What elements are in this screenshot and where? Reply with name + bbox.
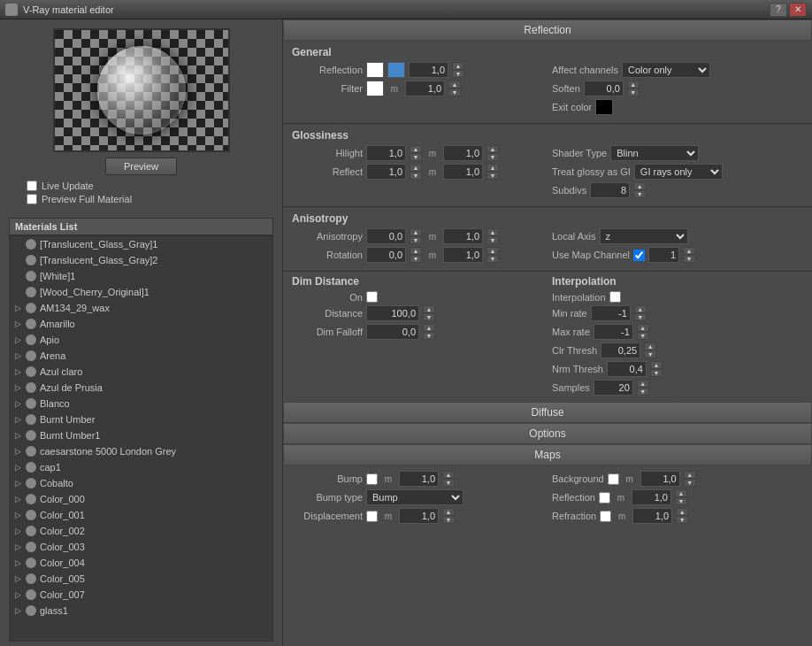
shader-type-select[interactable]: Blinn Phong Ward	[610, 145, 699, 161]
clr-thresh-value[interactable]	[601, 342, 640, 358]
background-spinner[interactable]: ▲▼	[684, 471, 696, 487]
reflection-m-swatch[interactable]	[387, 62, 405, 78]
soften-spinner[interactable]: ▲▼	[627, 81, 640, 96]
bump-checkbox[interactable]	[366, 473, 378, 485]
use-map-channel-checkbox[interactable]	[633, 250, 645, 261]
min-rate-spinner[interactable]: ▲▼	[634, 305, 647, 321]
list-item[interactable]: ▷Apio	[10, 332, 272, 348]
reflect-value1[interactable]	[366, 164, 406, 180]
min-rate-value[interactable]	[591, 305, 631, 321]
expand-arrow-icon[interactable]: ▷	[13, 574, 22, 583]
list-item[interactable]: [Wood_Cherry_Original]1	[10, 284, 272, 300]
hilight-value2[interactable]	[443, 145, 483, 161]
close-button[interactable]: ✕	[789, 3, 807, 17]
expand-arrow-icon[interactable]: ▷	[13, 399, 22, 408]
filter-color-swatch[interactable]	[366, 81, 384, 96]
list-item[interactable]: ▷Cobalto	[10, 475, 272, 491]
subdivs-spinner[interactable]: ▲▼	[633, 182, 646, 198]
help-button[interactable]: ?	[770, 3, 787, 17]
preview-full-material-row[interactable]: Preview Full Material	[27, 194, 132, 204]
rotation-spinner1[interactable]: ▲▼	[410, 247, 422, 263]
soften-value[interactable]	[584, 81, 624, 96]
dim-on-checkbox[interactable]	[366, 291, 378, 303]
expand-arrow-icon[interactable]: ▷	[13, 415, 22, 424]
refraction-value[interactable]	[632, 508, 672, 524]
hilight-spinner2[interactable]: ▲▼	[486, 145, 499, 161]
reflection-map-checkbox[interactable]	[599, 492, 610, 504]
clr-thresh-spinner[interactable]: ▲▼	[644, 342, 656, 358]
list-item[interactable]: ▷glass1	[10, 603, 272, 619]
dim-distance-value[interactable]	[366, 305, 419, 321]
use-map-channel-spinner[interactable]: ▲▼	[683, 247, 695, 263]
max-rate-value[interactable]	[594, 324, 633, 340]
hilight-spinner1[interactable]: ▲▼	[410, 145, 422, 161]
live-update-checkbox[interactable]	[27, 181, 37, 191]
expand-arrow-icon[interactable]	[13, 256, 22, 265]
rotation-value2[interactable]	[443, 247, 483, 263]
max-rate-spinner[interactable]: ▲▼	[637, 324, 649, 340]
interp-checkbox[interactable]	[609, 291, 621, 303]
list-item[interactable]: ▷Azul claro	[10, 364, 272, 380]
expand-arrow-icon[interactable]: ▷	[13, 495, 22, 504]
exit-color-swatch[interactable]	[595, 99, 613, 115]
anisotropy-spinner2[interactable]: ▲▼	[486, 228, 499, 244]
options-header[interactable]: Options	[283, 423, 812, 444]
list-item[interactable]: ▷Color_004	[10, 555, 272, 571]
list-item[interactable]: ▷Blanco	[10, 396, 272, 411]
maps-header[interactable]: Maps	[283, 444, 812, 465]
filter-spinner[interactable]: ▲▼	[448, 81, 461, 96]
expand-arrow-icon[interactable]	[13, 288, 22, 296]
list-item[interactable]: ▷Color_005	[10, 571, 272, 587]
live-update-row[interactable]: Live Update	[27, 181, 132, 191]
expand-arrow-icon[interactable]: ▷	[13, 319, 22, 328]
preview-button[interactable]: Preview	[105, 158, 177, 175]
dim-falloff-spinner[interactable]: ▲▼	[423, 324, 435, 340]
expand-arrow-icon[interactable]: ▷	[13, 304, 22, 312]
samples-value[interactable]	[594, 380, 633, 396]
expand-arrow-icon[interactable]: ▷	[13, 479, 22, 488]
expand-arrow-icon[interactable]: ▷	[13, 463, 22, 472]
reflection-color-swatch[interactable]	[366, 62, 384, 78]
list-item[interactable]: [Translucent_Glass_Gray]1	[10, 236, 272, 252]
reflection-spinner[interactable]: ▲▼	[452, 62, 464, 78]
displacement-value[interactable]	[399, 508, 439, 524]
diffuse-header[interactable]: Diffuse	[283, 402, 812, 423]
reflect-value2[interactable]	[443, 164, 483, 180]
background-value[interactable]	[640, 471, 680, 487]
bump-value[interactable]	[399, 471, 439, 487]
dim-falloff-value[interactable]	[366, 324, 419, 340]
list-item[interactable]: ▷Color_003	[10, 539, 272, 555]
dim-distance-spinner[interactable]: ▲▼	[423, 305, 435, 321]
list-item[interactable]: ▷Azul de Prusia	[10, 380, 272, 396]
reflection-map-spinner[interactable]: ▲▼	[675, 489, 687, 505]
expand-arrow-icon[interactable]: ▷	[13, 335, 22, 344]
list-item[interactable]: ▷Arena	[10, 348, 272, 364]
expand-arrow-icon[interactable]: ▷	[13, 447, 22, 456]
expand-arrow-icon[interactable]: ▷	[13, 542, 22, 551]
list-item[interactable]: [White]1	[10, 268, 272, 284]
rotation-value1[interactable]	[366, 247, 406, 263]
list-item[interactable]: ▷Color_002	[10, 523, 272, 539]
anisotropy-value2[interactable]	[443, 228, 483, 244]
background-checkbox[interactable]	[608, 473, 619, 485]
expand-arrow-icon[interactable]: ▷	[13, 558, 22, 567]
list-item[interactable]: ▷cap1	[10, 459, 272, 475]
anisotropy-value1[interactable]	[366, 228, 406, 244]
list-item[interactable]: ▷Color_007	[10, 587, 272, 603]
expand-arrow-icon[interactable]: ▷	[13, 606, 22, 615]
rotation-spinner2[interactable]: ▲▼	[486, 247, 499, 263]
expand-arrow-icon[interactable]	[13, 272, 22, 281]
use-map-channel-value[interactable]	[648, 247, 679, 263]
refraction-checkbox[interactable]	[600, 511, 611, 522]
expand-arrow-icon[interactable]: ▷	[13, 367, 22, 376]
bump-spinner[interactable]: ▲▼	[442, 471, 455, 487]
affect-channels-select[interactable]: Color only GI rays only All channels	[622, 62, 710, 78]
hilight-value1[interactable]	[366, 145, 406, 161]
treat-glossy-select[interactable]: GI rays only Always Never	[634, 164, 723, 180]
samples-spinner[interactable]: ▲▼	[637, 380, 649, 396]
bump-type-select[interactable]: Bump Normal (tangent) Normal (object)	[366, 489, 463, 505]
list-item[interactable]: ▷Burnt Umber1	[10, 427, 272, 443]
filter-value[interactable]	[405, 81, 445, 96]
list-item[interactable]: ▷caesarstone 5000 London Grey	[10, 443, 272, 459]
expand-arrow-icon[interactable]: ▷	[13, 383, 22, 392]
